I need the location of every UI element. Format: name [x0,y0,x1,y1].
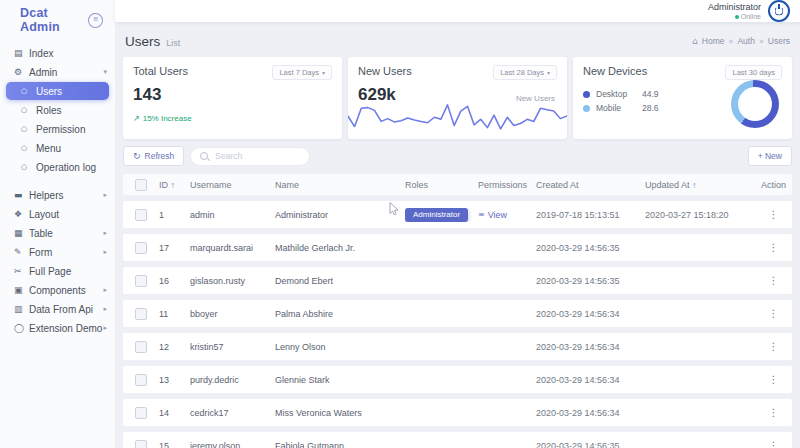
user-avatar[interactable] [768,0,790,22]
sidebar-item-label: Components [29,285,86,296]
row-checkbox[interactable] [135,308,147,320]
sidebar-item-users[interactable]: ○Users [6,82,109,100]
sidebar-item-full-page[interactable]: ✂Full Page [0,262,115,280]
sort-asc-icon[interactable]: ↑ [692,182,698,190]
grid-icon: ▦ [14,228,29,238]
row-actions-button[interactable]: ⋮ [763,374,785,385]
cell-name: Lenny Olson [275,342,405,352]
cell-roles: Administrator [405,208,478,222]
column-header-label: ID [159,180,168,190]
column-header-label: Updated At [645,180,690,190]
new-devices-card: New Devices Last 30 days Desktop 44.9 [573,57,792,139]
breadcrumb-separator: » [728,37,733,46]
row-checkbox[interactable] [135,341,147,353]
column-header-name: Name [275,180,405,190]
sidebar-item-roles[interactable]: ○Roles [0,101,115,119]
sidebar-item-components[interactable]: ▣Components▸ [0,281,115,299]
breadcrumb-home[interactable]: Home [702,36,725,46]
user-status: Online [708,13,761,20]
search-input[interactable] [213,150,300,162]
column-header-roles: Roles [405,180,478,190]
legend-value: 28.6 [642,103,659,113]
row-actions-button[interactable]: ⋮ [763,440,785,448]
cell-created-at: 2020-03-29 14:56:34 [536,375,645,385]
sidebar-item-operation-log[interactable]: ○Operation log [0,158,115,176]
sidebar-toggle-icon[interactable]: ≡ [88,13,103,28]
row-checkbox-cell [123,341,159,353]
column-header-label: Created At [536,180,579,190]
mobile-dot-icon [583,105,590,112]
sidebar-item-layout[interactable]: ❖Layout [0,205,115,223]
row-checkbox-cell [123,440,159,448]
period-label: Last 7 Days [279,68,319,77]
column-header-username: Username [190,180,275,190]
online-dot-icon [735,15,739,19]
permission-label: View [488,210,507,220]
sidebar: Dcat Admin ≡ ▤Index⚙Admin▾○Users○Roles○P… [0,0,115,448]
cell-action: ⋮ [755,209,792,220]
cell-name: Fabiola Gutmann [275,441,405,448]
sidebar-item-admin[interactable]: ⚙Admin▾ [0,63,115,81]
sidebar-item-form[interactable]: ✎Form▸ [0,243,115,261]
sidebar-item-table[interactable]: ▦Table▸ [0,224,115,242]
breadcrumb-auth[interactable]: Auth [737,36,755,46]
cell-created-at: 2020-03-29 14:56:34 [536,309,645,319]
chevron-right-icon: ▸ [103,286,107,294]
cell-id: 14 [159,408,190,418]
row-actions-button[interactable]: ⋮ [763,275,785,286]
refresh-button[interactable]: ↻ Refresh [123,146,184,166]
cell-action: ⋮ [755,341,792,352]
period-label: Last 28 Days [500,68,544,77]
role-badge[interactable]: Administrator [405,208,468,222]
row-checkbox[interactable] [135,374,147,386]
row-checkbox[interactable] [135,275,147,287]
period-dropdown[interactable]: Last 7 Days ▾ [272,65,332,80]
row-actions-button[interactable]: ⋮ [763,242,785,253]
sort-asc-icon[interactable]: ↑ [170,182,176,190]
cell-permissions: ≡View [478,209,536,220]
select-all-checkbox[interactable] [135,179,147,191]
sidebar-item-data-from-api[interactable]: ▥Data From Api▸ [0,300,115,318]
sidebar-item-extension-demo[interactable]: ◯Extension Demo▸ [0,319,115,337]
sidebar-item-menu[interactable]: ○Menu [0,139,115,157]
row-checkbox[interactable] [135,407,147,419]
sidebar-item-label: Index [29,48,53,59]
cell-action: ⋮ [755,374,792,385]
cell-id: 13 [159,375,190,385]
search-box [190,147,310,166]
circle-icon: ○ [21,144,36,152]
column-header-updated-at[interactable]: Updated At↑ [645,180,755,190]
sidebar-item-label: Extension Demo [29,323,102,334]
column-header-label: Action [761,180,786,190]
row-checkbox[interactable] [135,209,147,221]
cell-id: 17 [159,243,190,253]
main-area: Administrator Online Users List ⌂ Home »… [115,0,800,448]
cell-name: Miss Veronica Waters [275,408,405,418]
new-button[interactable]: + New [748,146,792,166]
row-checkbox[interactable] [135,242,147,254]
column-header-label: Username [190,180,232,190]
permission-view-link[interactable]: ≡View [478,210,507,220]
row-actions-button[interactable]: ⋮ [763,308,785,319]
row-checkbox[interactable] [135,440,147,448]
sidebar-item-label: Operation log [36,162,96,173]
column-header-id[interactable]: ID↑ [159,180,190,190]
cell-username: marquardt.sarai [190,243,275,253]
desktop-dot-icon [583,91,590,98]
period-dropdown[interactable]: Last 30 days [725,65,782,80]
sidebar-item-helpers[interactable]: ▬Helpers▸ [0,186,115,204]
total-users-value: 143 [133,85,332,105]
row-actions-button[interactable]: ⋮ [763,407,785,418]
row-actions-button[interactable]: ⋮ [763,341,785,352]
row-checkbox-cell [123,275,159,287]
card-title: Total Users [133,65,188,77]
period-dropdown[interactable]: Last 28 Days ▾ [493,65,557,80]
sidebar-nav: ▤Index⚙Admin▾○Users○Roles○Permission○Men… [0,44,115,337]
card-title: New Users [358,65,412,77]
row-actions-button[interactable]: ⋮ [763,209,785,220]
sidebar-item-index[interactable]: ▤Index [0,44,115,62]
chart-icon: ▤ [14,48,29,58]
legend-label: Desktop [596,89,642,99]
sidebar-item-permission[interactable]: ○Permission [0,120,115,138]
cell-action: ⋮ [755,308,792,319]
